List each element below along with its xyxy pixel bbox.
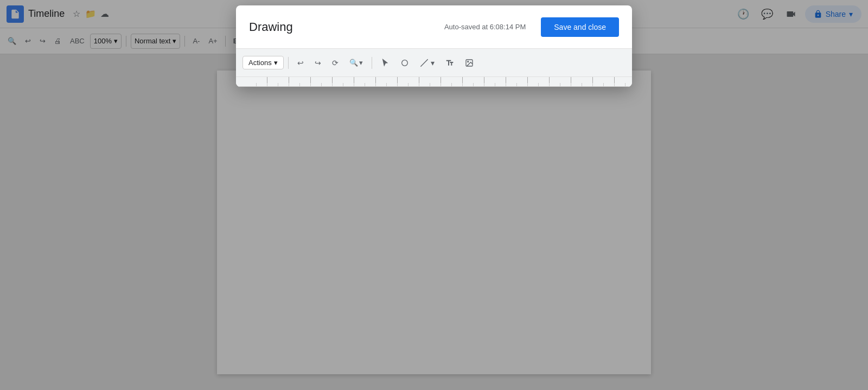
save-and-close-button[interactable]: Save and close [541,17,619,37]
svg-point-0 [401,60,407,66]
svg-point-3 [467,61,468,62]
dialog-line-btn[interactable]: ▾ [416,54,439,72]
rotate-icon: ⟳ [332,59,339,67]
dialog-canvas-area: /* ruler ticks drawn inline */ [236,77,632,87]
zoom-arrow-icon: ▾ [359,59,363,67]
toolbar-divider-actions [288,57,289,69]
dialog-undo-btn[interactable]: ↩ [293,54,308,72]
actions-dropdown-button[interactable]: Actions ▾ [242,56,284,69]
modal-overlay: Drawing Auto-saved at 6:08:14 PM Save an… [0,0,868,390]
actions-arrow: ▾ [274,59,278,67]
dialog-rotate-btn[interactable]: ⟳ [328,54,343,72]
dialog-redo-btn[interactable]: ↪ [310,54,326,72]
dialog-image-btn[interactable] [461,54,478,72]
dialog-cursor-btn[interactable] [376,54,394,72]
zoom-icon: 🔍 [349,59,358,67]
line-arrow: ▾ [431,59,435,67]
actions-label: Actions [248,59,272,67]
dialog-header: Drawing Auto-saved at 6:08:14 PM Save an… [236,5,632,49]
ruler-top: /* ruler ticks drawn inline */ [236,77,632,87]
dialog-toolbar: Actions ▾ ↩ ↪ ⟳ 🔍 ▾ [236,49,632,77]
dialog-shapes-btn[interactable] [396,54,413,72]
canvas-main-area: /* ruler ticks drawn inline */ [236,77,632,87]
drawing-dialog: Drawing Auto-saved at 6:08:14 PM Save an… [236,5,632,87]
toolbar-divider-zoom [372,57,372,69]
dialog-title: Drawing [249,20,438,34]
undo-icon: ↩ [297,59,304,67]
redo-icon: ↪ [315,59,321,67]
dialog-autosave: Auto-saved at 6:08:14 PM [444,23,526,31]
dialog-zoom-btn[interactable]: 🔍 ▾ [345,54,367,72]
svg-line-1 [420,59,427,66]
dialog-text-btn[interactable] [441,54,458,72]
